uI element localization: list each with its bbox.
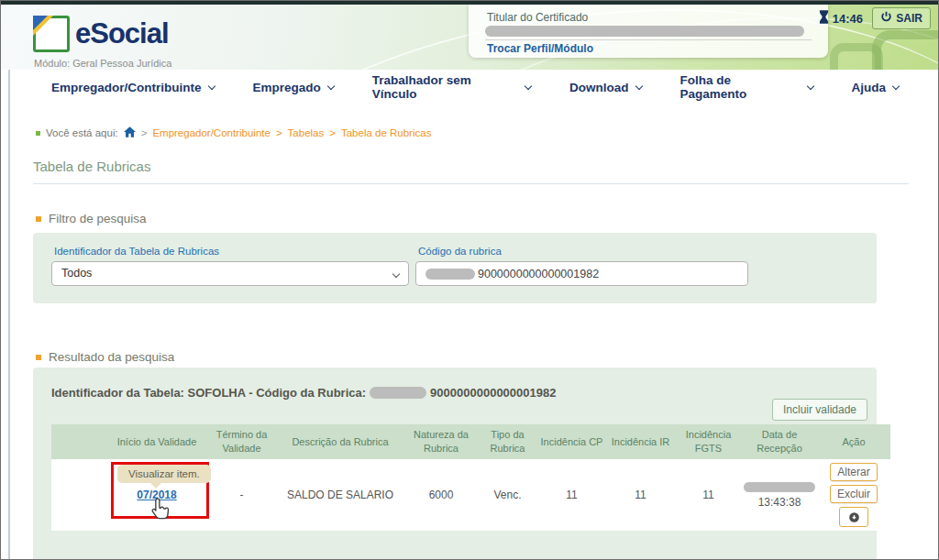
main-nav: Empregador/Contribuinte Empregado Trabal… <box>11 70 937 104</box>
excluir-button[interactable]: Excluir <box>830 485 878 503</box>
table-header-row: Início da Validade Término da Validade D… <box>51 424 890 459</box>
cell-data-recepcao: 13:43:38 <box>742 459 817 531</box>
results-heading-text: Resultado da pesquisa <box>49 350 174 364</box>
cell-incidencia-fgts: 11 <box>675 459 742 531</box>
certificate-divider <box>485 39 812 40</box>
nav-item-label: Empregado <box>253 81 321 94</box>
breadcrumb-item-empregador-contribuinte[interactable]: Empregador/Contribuinte <box>152 127 271 138</box>
results-section-heading: Resultado da pesquisa <box>36 350 174 364</box>
app-header: eSocial Módulo: Geral Pessoa Jurídica Ti… <box>1 5 938 70</box>
cell-incidencia-ir: 11 <box>606 459 675 531</box>
spacer-cell <box>51 459 106 531</box>
nav-item-empregado[interactable]: Empregado <box>253 81 334 94</box>
circle-arrow-icon <box>847 511 861 524</box>
cell-incidencia-cp: 11 <box>537 459 606 531</box>
rubric-code-redacted-prefix <box>425 269 475 280</box>
chevron-down-icon <box>892 82 900 89</box>
filter-section-heading: Filtro de pesquisa <box>36 212 147 225</box>
left-border-rule <box>8 70 10 559</box>
hourglass-icon <box>819 10 829 27</box>
results-summary-redacted <box>370 387 426 399</box>
tooltip: Visualizar item. <box>117 465 211 483</box>
spacer-column <box>51 424 106 459</box>
breadcrumb-prefix: Você está aqui: <box>46 127 118 138</box>
cell-natureza: 6000 <box>404 459 478 531</box>
chevron-down-icon <box>806 82 813 89</box>
col-incidencia-cp: Incidência CP <box>537 424 606 459</box>
results-panel: Identificador da Tabela: SOFOLHA - Códig… <box>33 368 877 560</box>
results-summary-prefix: Identificador da Tabela: SOFOLHA - Códig… <box>51 386 366 400</box>
history-circle-button[interactable] <box>839 507 868 527</box>
add-validity-button[interactable]: Incluir validade <box>772 399 867 421</box>
col-incidencia-ir: Incidência IR <box>606 424 675 459</box>
breadcrumb-separator: > <box>276 127 282 138</box>
nav-item-trabalhador-sem-vinculo[interactable]: Trabalhador sem Vínculo <box>372 73 531 101</box>
reception-date-redacted <box>744 482 815 492</box>
chevron-down-icon <box>525 82 532 89</box>
home-icon[interactable] <box>124 125 136 141</box>
col-inicio-validade: Início da Validade <box>106 424 207 459</box>
cell-termino-validade: - <box>207 459 276 531</box>
title-divider <box>33 183 909 184</box>
breadcrumb-item-tabela-de-rubricas[interactable]: Tabela de Rubricas <box>341 127 431 138</box>
results-summary: Identificador da Tabela: SOFOLHA - Códig… <box>51 386 556 400</box>
filter-heading-text: Filtro de pesquisa <box>49 212 147 225</box>
nav-item-label: Download <box>569 81 629 94</box>
certificate-box: Titular do Certificado Trocar Perfil/Mód… <box>469 5 828 58</box>
esocial-logo: eSocial <box>33 16 169 52</box>
col-incidencia-fgts: Incidência FGTS <box>675 424 742 459</box>
chevron-down-icon <box>327 82 335 89</box>
nav-item-label: Ajuda <box>851 81 886 94</box>
switch-profile-link[interactable]: Trocar Perfil/Módulo <box>487 42 593 55</box>
alterar-button[interactable]: Alterar <box>830 463 878 481</box>
breadcrumb: Você está aqui: > Empregador/Contribuint… <box>36 125 431 141</box>
col-acao: Ação <box>817 424 890 459</box>
nav-item-label: Trabalhador sem Vínculo <box>372 73 518 101</box>
breadcrumb-item-tabelas[interactable]: Tabelas <box>288 127 325 138</box>
col-descricao: Descrição da Rubrica <box>276 424 404 459</box>
nav-item-empregador-contribuinte[interactable]: Empregador/Contribuinte <box>51 81 215 94</box>
session-clock: 14:46 <box>819 10 863 27</box>
breadcrumb-separator: > <box>329 127 336 138</box>
esocial-document-icon <box>33 16 70 52</box>
chevron-down-icon <box>635 82 642 89</box>
identifier-select[interactable]: Todos <box>51 261 409 286</box>
esocial-page: eSocial Módulo: Geral Pessoa Jurídica Ti… <box>0 0 939 560</box>
section-bullet <box>36 216 41 222</box>
module-label: Módulo: Geral Pessoa Jurídica <box>34 58 171 69</box>
col-tipo: Tipo da Rubrica <box>478 424 537 459</box>
col-termino-validade: Término da Validade <box>207 424 276 459</box>
rubric-code-value: 9000000000000001982 <box>478 268 599 280</box>
filter-panel: Identificador da Tabela de Rubricas Todo… <box>33 233 877 303</box>
nav-item-ajuda[interactable]: Ajuda <box>851 81 899 94</box>
nav-item-download[interactable]: Download <box>569 81 642 94</box>
logout-button[interactable]: SAIR <box>872 7 931 29</box>
header-square-decoration <box>830 43 883 70</box>
rubric-code-input[interactable]: 9000000000000001982 <box>415 261 748 286</box>
nav-item-folha-de-pagamento[interactable]: Folha de Pagamento <box>680 73 813 101</box>
rubric-code-label: Código da rubrica <box>418 246 502 257</box>
results-summary-code: 9000000000000001982 <box>430 386 556 400</box>
page-title: Tabela de Rubricas <box>33 159 150 174</box>
cell-acao: Alterar Excluir <box>817 459 890 531</box>
chevron-down-icon <box>207 82 215 89</box>
col-natureza: Natureza da Rubrica <box>404 424 478 459</box>
power-icon <box>880 10 892 27</box>
cell-descricao: SALDO DE SALARIO <box>276 459 404 531</box>
identifier-select-label: Identificador da Tabela de Rubricas <box>54 246 219 257</box>
breadcrumb-bullet <box>36 131 40 136</box>
logo-text: eSocial <box>75 17 169 50</box>
reception-time: 13:43:38 <box>758 496 801 509</box>
chevron-down-icon <box>392 270 400 278</box>
logo-fold-blue <box>33 16 48 30</box>
identifier-select-value: Todos <box>61 267 92 280</box>
cell-tipo: Venc. <box>478 459 537 531</box>
logout-label: SAIR <box>896 12 922 25</box>
col-data-recepcao: Data de Recepção <box>742 424 817 459</box>
certificate-holder-label: Titular do Certificado <box>487 11 588 24</box>
section-bullet <box>36 355 41 360</box>
hand-cursor-icon <box>150 497 171 525</box>
breadcrumb-separator: > <box>141 127 148 138</box>
certificate-holder-redacted-value <box>485 26 804 37</box>
nav-item-label: Folha de Pagamento <box>680 73 801 101</box>
